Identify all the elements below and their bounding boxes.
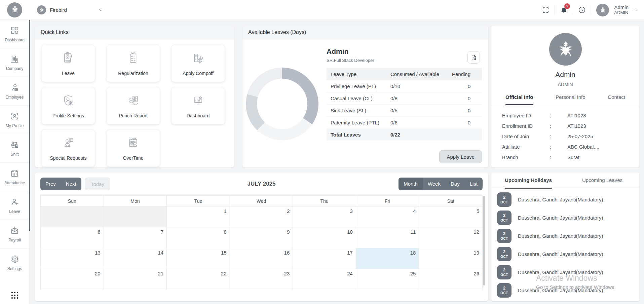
quick-link-special-requests[interactable]: ? Special Requests [41, 129, 95, 167]
calendar-day-cell[interactable]: 1 [167, 206, 230, 227]
holiday-list-item[interactable]: 2 OCT Dussehra, Gandhi Jayanti(Mandatory… [497, 211, 639, 225]
calendar-day-number: 21 [158, 271, 163, 276]
chevron-down-icon[interactable] [634, 7, 639, 12]
calendar-next-button[interactable]: Next [61, 178, 81, 190]
tab-upcoming-holidays[interactable]: Upcoming Holidays [491, 177, 565, 188]
leave-pending: 0 [446, 117, 482, 129]
sidebar-item-attendance[interactable]: Attendance [0, 163, 29, 191]
profile-avatar [549, 33, 582, 66]
total-leaves-label: Total Leaves [327, 129, 386, 141]
calendar-day-cell[interactable]: 6 [41, 227, 104, 248]
calendar-day-cell[interactable]: 20 [41, 269, 104, 290]
tab-upcoming-leaves[interactable]: Upcoming Leaves [565, 177, 639, 188]
calendar-day-cell[interactable] [41, 206, 104, 227]
divider [573, 5, 573, 14]
calendar-day-cell[interactable]: 26 [419, 269, 482, 290]
calendar-day-cell[interactable]: 3 [293, 206, 356, 227]
calendar-day-number: 14 [158, 250, 163, 256]
payroll-icon [10, 226, 19, 235]
calendar-day-cell[interactable] [104, 206, 167, 227]
user-avatar[interactable] [596, 4, 609, 16]
user-menu[interactable]: Admin ADMIN [614, 4, 629, 15]
calendar-day-cell[interactable]: 21 [104, 269, 167, 290]
page-scrollbar[interactable] [29, 20, 30, 231]
field-label: Date of Join [502, 134, 550, 139]
calendar-view-list-button[interactable]: List [465, 178, 483, 190]
quick-link-regularization[interactable]: Regularization [106, 45, 160, 82]
today-button[interactable]: Today [85, 178, 110, 190]
calendar-day-cell[interactable]: 22 [167, 269, 230, 290]
fullscreen-icon[interactable] [542, 6, 550, 14]
holiday-list-item[interactable]: 2 OCT Dussehra, Gandhi Jayanti(Mandatory… [497, 229, 639, 243]
sidebar-item-label: Settings [7, 266, 22, 271]
calendar-day-cell[interactable]: 11 [356, 227, 419, 248]
apps-grid-icon[interactable] [10, 291, 20, 300]
topbar-actions: 9 Admin ADMIN [542, 0, 639, 20]
field-label: Employee ID [502, 113, 550, 118]
notifications-bell-icon[interactable]: 9 [560, 6, 568, 14]
quick-link-leave[interactable]: Leave [41, 45, 95, 82]
sidebar-item-leave[interactable]: Leave [0, 191, 29, 220]
profile-role: ADMIN [491, 82, 639, 87]
holiday-date-badge: 2 OCT [497, 211, 512, 225]
holiday-list-item[interactable]: 2 OCT Dussehra, Gandhi Jayanti(Mandatory… [497, 283, 639, 298]
calendar-day-cell[interactable]: 15 [167, 248, 230, 269]
calendar-day-cell[interactable]: 10 [293, 227, 356, 248]
calendar-prev-button[interactable]: Prev [40, 178, 61, 190]
holiday-list-item[interactable]: 2 OCT Dussehra, Gandhi Jayanti(Mandatory… [497, 247, 639, 261]
leave-table-row: Patemity Leave (PTL) 0/6 0 [327, 117, 482, 129]
apply-leave-button[interactable]: Apply Leave [439, 150, 482, 163]
calendar-day-cell[interactable]: 9 [230, 227, 293, 248]
calendar-view-month-button[interactable]: Month [399, 178, 423, 190]
tile-compoff-icon [190, 51, 206, 68]
calendar-day-cell[interactable]: 19 [419, 248, 482, 269]
sidebar-item-employee[interactable]: Employee [0, 77, 29, 106]
calendar-day-number: 23 [284, 271, 290, 276]
tab-personal-info[interactable]: Personal Info [556, 94, 585, 105]
holiday-list-item[interactable]: 2 OCT Dussehra, Gandhi Jayanti(Mandatory… [497, 265, 639, 279]
sidebar-item-shift[interactable]: Shift [0, 134, 29, 163]
calendar-day-cell[interactable]: 24 [293, 269, 356, 290]
tab-official-info[interactable]: Official Info [505, 94, 533, 105]
company-selector[interactable]: Firebird [37, 4, 104, 16]
sidebar-item-label: Leave [9, 209, 20, 214]
chevron-down-icon [98, 7, 104, 13]
calendar-day-cell-today[interactable]: 18 [356, 248, 419, 269]
calendar-day-cell[interactable]: 4 [356, 206, 419, 227]
sidebar-item-settings[interactable]: Settings [0, 249, 29, 277]
quick-link-punch-report[interactable]: Punch Report [106, 87, 160, 124]
leave-consumed-available: 0/8 [386, 92, 446, 105]
quick-link-apply-compoff[interactable]: Apply Compoff [171, 45, 225, 82]
calendar-day-cell[interactable]: 7 [104, 227, 167, 248]
calendar-day-cell[interactable]: 17 [293, 248, 356, 269]
calendar-day-cell[interactable]: 8 [167, 227, 230, 248]
field-colon: : [550, 144, 567, 150]
calendar-day-cell[interactable]: 14 [104, 248, 167, 269]
calendar-day-cell[interactable]: 13 [41, 248, 104, 269]
quick-link-overtime[interactable]: OverTime [106, 129, 160, 167]
calendar-day-cell[interactable]: 12 [419, 227, 482, 248]
calendar-day-cell[interactable]: 16 [230, 248, 293, 269]
calendar-day-number: 2 [287, 208, 290, 214]
calendar-scrollbar[interactable] [483, 196, 485, 286]
calendar-day-cell[interactable]: 5 [419, 206, 482, 227]
sidebar-item-company[interactable]: Company [0, 48, 29, 77]
calendar-day-cell[interactable]: 25 [356, 269, 419, 290]
quick-link-dashboard[interactable]: Dashboard [171, 87, 225, 124]
leave-pending: 0 [446, 105, 482, 117]
holiday-list-item[interactable]: 2 OCT Dussehra, Gandhi Jayanti(Mandatory… [497, 192, 639, 207]
tab-contact[interactable]: Contact [608, 94, 625, 105]
calendar-view-week-button[interactable]: Week [423, 178, 446, 190]
sidebar-item-my-profile[interactable]: My Profile [0, 106, 29, 134]
calendar-day-cell[interactable]: 23 [230, 269, 293, 290]
sidebar-item-dashboard[interactable]: Dashboard [0, 20, 29, 48]
calendar-day-header: Sat [419, 196, 482, 206]
total-leaves-value: 0/22 [386, 129, 446, 141]
quick-link-profile-settings[interactable]: Profile Settings [41, 87, 95, 124]
tile-leave-icon [61, 51, 76, 68]
sidebar-item-payroll[interactable]: Payroll [0, 220, 29, 249]
calendar-view-day-button[interactable]: Day [446, 178, 465, 190]
clock-icon[interactable] [578, 6, 586, 14]
field-value: Surat [567, 154, 629, 160]
calendar-day-cell[interactable]: 2 [230, 206, 293, 227]
